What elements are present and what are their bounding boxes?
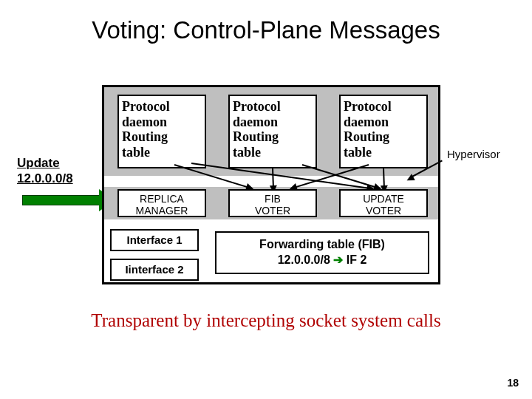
interface-2-box: Iinterface 2: [110, 259, 199, 281]
router-box: Protocol daemon Routing table Protocol d…: [102, 85, 440, 284]
update-line1: Update: [17, 156, 60, 170]
update-line2: 12.0.0.0/8: [17, 171, 73, 185]
forwarding-table-box: Forwarding table (FIB) 12.0.0.0/8 ➔ IF 2: [215, 231, 429, 274]
interface-1-box: Interface 1: [110, 229, 199, 251]
protocol-daemon-2: Protocol daemon Routing table: [228, 95, 317, 168]
protocol-daemon-3: Protocol daemon Routing table: [339, 95, 428, 168]
fib-voter-box: FIBVOTER: [228, 189, 317, 217]
fib-dest: IF 2: [347, 253, 367, 266]
slide-number: 18: [507, 377, 519, 389]
update-label: Update 12.0.0.0/8: [17, 155, 73, 187]
protocol-daemon-1: Protocol daemon Routing table: [117, 95, 206, 168]
hypervisor-label: Hypervisor: [447, 148, 500, 160]
slide-title: Voting: Control-Plane Messages: [0, 0, 532, 44]
caption-text: Transparent by intercepting socket syste…: [0, 310, 532, 331]
fib-route: 12.0.0.0/8: [278, 253, 330, 266]
fib-arrow-icon: ➔: [333, 253, 343, 266]
update-voter-box: UPDATEVOTER: [339, 189, 428, 217]
update-arrow: [22, 191, 114, 210]
replica-manager-box: REPLICAMANAGER: [117, 189, 206, 217]
fib-line1: Forwarding table (FIB): [259, 238, 385, 250]
